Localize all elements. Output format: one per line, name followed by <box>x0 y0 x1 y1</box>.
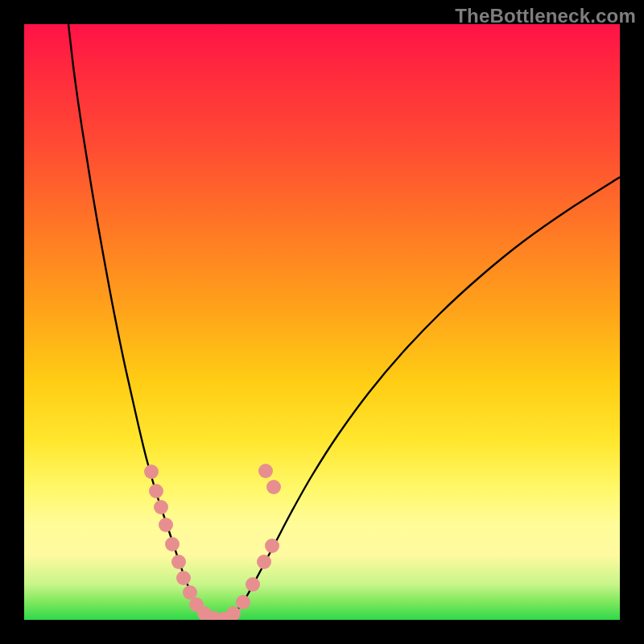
sample-dot <box>165 537 180 551</box>
sample-dot <box>265 539 279 553</box>
sample-dot <box>159 518 173 532</box>
sample-dot <box>246 577 260 592</box>
sample-dot <box>171 555 186 569</box>
watermark-text: TheBottleneck.com <box>455 5 636 27</box>
sample-dot <box>176 571 191 585</box>
sample-dot <box>258 464 273 478</box>
sample-dot <box>257 555 271 569</box>
sample-dot <box>266 480 281 494</box>
plot-area <box>24 24 620 620</box>
frame: TheBottleneck.com <box>0 0 644 644</box>
chart-svg <box>24 24 620 620</box>
sample-dot <box>236 595 250 609</box>
sample-dot <box>149 484 163 498</box>
bottleneck-curve <box>68 24 620 619</box>
dot-group <box>144 464 281 620</box>
sample-dot <box>144 464 159 479</box>
sample-dot <box>154 500 168 514</box>
